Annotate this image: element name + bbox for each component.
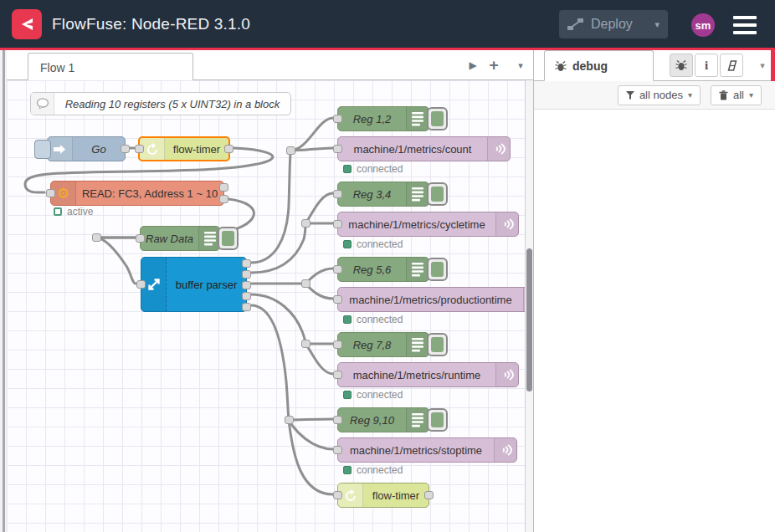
output-port[interactable]: [224, 145, 234, 153]
node-label: Reg 7,8: [338, 333, 406, 356]
mqtt-node-productiontime[interactable]: machine/1/metrics/productiontime: [337, 287, 525, 312]
add-flow-button[interactable]: +: [485, 50, 502, 80]
debug-node-reg34[interactable]: Reg 3,4: [337, 182, 429, 207]
debug-node-raw-data[interactable]: Raw Data: [140, 226, 220, 251]
sidebar-info-button[interactable]: i: [695, 54, 718, 77]
status-dot-connected: [343, 391, 352, 399]
status-text: connected: [357, 163, 403, 175]
scrollbar-thumb[interactable]: [526, 248, 532, 391]
debug-node-reg78[interactable]: Reg 7,8: [337, 332, 429, 357]
flow-timer-node-top[interactable]: flow-timer: [138, 136, 230, 161]
comment-node[interactable]: Reading 10 registers (5 x UINT32) in a b…: [30, 92, 291, 115]
status-text: connected: [357, 389, 403, 401]
input-port[interactable]: [333, 340, 342, 349]
buffer-parser-node[interactable]: buffer parser: [141, 257, 247, 312]
input-port[interactable]: [46, 189, 55, 197]
canvas-vertical-scrollbar[interactable]: [525, 80, 533, 532]
debug-node-reg910[interactable]: Reg 9,10: [337, 407, 429, 432]
tab-debug[interactable]: debug: [544, 50, 654, 81]
app-header: FlowFuse: Node-RED 3.1.0 Deploy ▾ sm: [0, 0, 775, 50]
output-port[interactable]: [121, 145, 130, 153]
main-menu-icon[interactable]: [733, 16, 757, 34]
deploy-button[interactable]: Deploy ▾: [559, 10, 668, 38]
inject-button[interactable]: [34, 140, 51, 159]
inject-node-go[interactable]: Go: [47, 136, 126, 161]
status-text: active: [67, 206, 93, 217]
output-port-1[interactable]: [242, 259, 251, 268]
sidebar-tabbar: debug i ▾: [534, 50, 775, 81]
wire-junction[interactable]: [92, 233, 101, 242]
wire-junction[interactable]: [285, 416, 294, 424]
debug-lines-icon: [406, 107, 429, 130]
mqtt-node-count[interactable]: machine/1/metrics/count: [337, 136, 511, 161]
flow-timer-node-bottom[interactable]: flow-timer: [337, 483, 429, 508]
mqtt-node-runtime[interactable]: machine/1/metrics/runtime: [337, 362, 519, 387]
debug-toggle-button[interactable]: [427, 333, 448, 356]
input-port[interactable]: [333, 220, 342, 228]
output-port-3[interactable]: [242, 281, 251, 289]
input-port[interactable]: [333, 190, 342, 198]
debug-sidebar: debug i ▾: [533, 50, 775, 532]
output-port-4[interactable]: [242, 292, 251, 300]
output-port-1[interactable]: [219, 183, 228, 192]
debug-toggle-button[interactable]: [427, 107, 448, 130]
status-dot-connected: [343, 240, 352, 248]
input-port[interactable]: [136, 280, 146, 289]
palette-splitter[interactable]: [3, 50, 5, 532]
debug-toggle-button[interactable]: [427, 408, 448, 432]
tab-flow-1[interactable]: Flow 1: [28, 53, 193, 81]
output-port-5[interactable]: [242, 303, 251, 311]
output-port[interactable]: [424, 491, 434, 499]
filter-nodes-label: all nodes: [639, 89, 683, 101]
mqtt-node-stoptime[interactable]: machine/1/metrics/stoptime: [337, 437, 517, 463]
user-avatar[interactable]: sm: [691, 13, 715, 37]
input-port[interactable]: [333, 145, 342, 153]
mqtt-signal-icon: [494, 438, 516, 462]
mqtt-signal-icon: [523, 288, 525, 311]
status-dot-active: [54, 207, 62, 216]
input-port[interactable]: [333, 446, 342, 454]
input-port[interactable]: [333, 491, 342, 499]
status-text: connected: [357, 238, 403, 250]
wire-junction[interactable]: [301, 279, 311, 288]
palette-collapsed-strip[interactable]: [0, 50, 7, 532]
sidebar-debug-button[interactable]: [670, 54, 693, 77]
mqtt-node-cycletime[interactable]: machine/1/metrics/cycletime: [337, 212, 519, 237]
debug-node-reg56[interactable]: Reg 5,6: [337, 257, 429, 282]
input-port[interactable]: [136, 234, 145, 243]
wire-junction[interactable]: [286, 146, 295, 155]
node-label: flow-timer: [165, 138, 228, 160]
node-status: connected: [343, 163, 403, 175]
output-port-2[interactable]: [242, 270, 251, 279]
clear-all-label: all: [733, 89, 744, 101]
wire-junction[interactable]: [301, 219, 311, 228]
node-label: READ: FC3, Address 1 ~ 10: [76, 182, 223, 205]
input-port[interactable]: [333, 295, 342, 304]
input-port[interactable]: [333, 265, 342, 274]
sidebar-accent-bar: [771, 50, 775, 81]
modbus-read-node[interactable]: ⚙ READ: FC3, Address 1 ~ 10: [50, 181, 224, 206]
input-port[interactable]: [333, 115, 342, 123]
page-title: FlowFuse: Node-RED 3.1.0: [52, 15, 250, 33]
debug-messages-panel[interactable]: [534, 110, 775, 532]
status-dot-connected: [343, 315, 352, 324]
input-port[interactable]: [333, 416, 342, 424]
debug-toggle-button[interactable]: [427, 258, 448, 281]
clear-messages-dropdown[interactable]: all ▾: [711, 85, 762, 105]
debug-toggle-button[interactable]: [218, 227, 239, 250]
filter-nodes-dropdown[interactable]: all nodes ▾: [618, 85, 701, 105]
output-port-2[interactable]: [219, 195, 228, 203]
tab-scroll-right-icon[interactable]: ▶: [465, 50, 480, 80]
status-dot-connected: [343, 165, 352, 173]
flow-canvas[interactable]: Reading 10 registers (5 x UINT32) in a b…: [7, 80, 525, 532]
wire-junction[interactable]: [301, 340, 311, 348]
trash-icon: [719, 90, 728, 100]
deploy-caret-icon[interactable]: ▾: [654, 19, 660, 30]
flow-list-caret-icon[interactable]: ▾: [512, 50, 529, 80]
node-label: buffer parser: [167, 258, 246, 311]
input-port[interactable]: [135, 145, 144, 153]
sidebar-help-button[interactable]: [720, 54, 743, 77]
debug-toggle-button[interactable]: [427, 182, 448, 206]
input-port[interactable]: [333, 371, 342, 379]
debug-node-reg12[interactable]: Reg 1,2: [337, 106, 429, 131]
